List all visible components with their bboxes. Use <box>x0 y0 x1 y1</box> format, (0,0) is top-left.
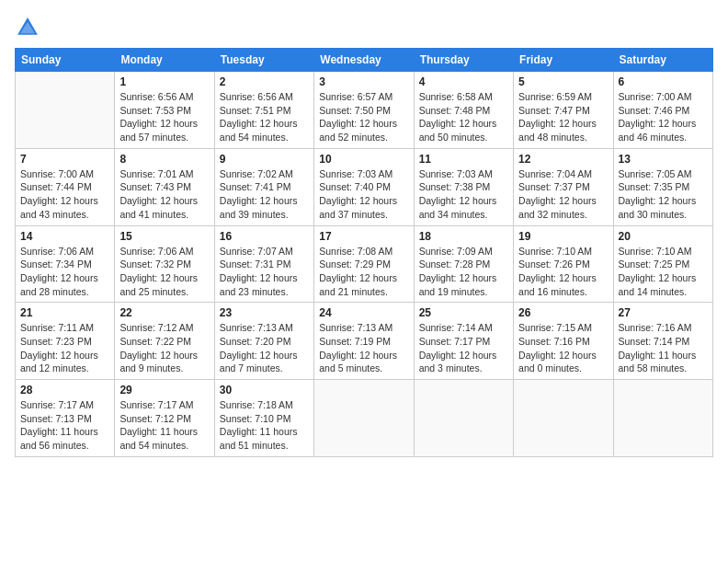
day-number: 29 <box>119 384 209 396</box>
logo <box>15 15 44 40</box>
calendar-cell: 24Sunrise: 7:13 AM Sunset: 7:19 PM Dayli… <box>314 303 414 380</box>
day-number: 23 <box>220 306 309 319</box>
day-number: 27 <box>619 306 708 319</box>
col-header-friday: Friday <box>514 49 613 72</box>
calendar-cell: 22Sunrise: 7:12 AM Sunset: 7:22 PM Dayli… <box>115 303 214 380</box>
day-info: Sunrise: 7:10 AM Sunset: 7:25 PM Dayligh… <box>619 245 708 299</box>
day-info: Sunrise: 7:17 AM Sunset: 7:12 PM Dayligh… <box>119 398 209 453</box>
calendar-cell: 12Sunrise: 7:04 AM Sunset: 7:37 PM Dayli… <box>514 148 613 225</box>
day-number: 20 <box>619 230 708 243</box>
col-header-saturday: Saturday <box>613 49 712 72</box>
day-info: Sunrise: 7:06 AM Sunset: 7:34 PM Dayligh… <box>20 245 109 299</box>
calendar-cell: 4Sunrise: 6:58 AM Sunset: 7:48 PM Daylig… <box>414 72 513 149</box>
calendar-cell: 18Sunrise: 7:09 AM Sunset: 7:28 PM Dayli… <box>414 225 513 303</box>
day-number: 16 <box>220 230 309 243</box>
day-number: 3 <box>319 75 408 88</box>
day-number: 26 <box>518 306 608 319</box>
day-number: 25 <box>419 306 508 319</box>
day-number: 8 <box>119 153 209 166</box>
day-info: Sunrise: 7:01 AM Sunset: 7:43 PM Dayligh… <box>119 167 209 222</box>
page-header <box>15 15 713 40</box>
calendar-cell: 10Sunrise: 7:03 AM Sunset: 7:40 PM Dayli… <box>314 148 414 225</box>
day-info: Sunrise: 7:00 AM Sunset: 7:44 PM Dayligh… <box>20 167 109 222</box>
day-info: Sunrise: 7:06 AM Sunset: 7:32 PM Dayligh… <box>119 245 209 299</box>
col-header-tuesday: Tuesday <box>214 49 313 72</box>
calendar-header-row: SundayMondayTuesdayWednesdayThursdayFrid… <box>16 49 713 72</box>
day-number: 30 <box>220 384 309 396</box>
day-info: Sunrise: 7:07 AM Sunset: 7:31 PM Dayligh… <box>220 245 309 299</box>
calendar-cell: 20Sunrise: 7:10 AM Sunset: 7:25 PM Dayli… <box>613 225 712 303</box>
day-info: Sunrise: 7:13 AM Sunset: 7:19 PM Dayligh… <box>319 321 408 375</box>
calendar-cell: 2Sunrise: 6:56 AM Sunset: 7:51 PM Daylig… <box>214 72 313 149</box>
calendar-table: SundayMondayTuesdayWednesdayThursdayFrid… <box>15 48 713 457</box>
day-number: 21 <box>20 306 109 319</box>
day-info: Sunrise: 7:04 AM Sunset: 7:37 PM Dayligh… <box>518 167 608 222</box>
day-number: 15 <box>119 230 209 243</box>
calendar-week-row: 28Sunrise: 7:17 AM Sunset: 7:13 PM Dayli… <box>16 380 713 457</box>
calendar-cell: 27Sunrise: 7:16 AM Sunset: 7:14 PM Dayli… <box>613 303 712 380</box>
day-number: 14 <box>20 230 109 243</box>
calendar-cell: 23Sunrise: 7:13 AM Sunset: 7:20 PM Dayli… <box>214 303 313 380</box>
calendar-cell: 8Sunrise: 7:01 AM Sunset: 7:43 PM Daylig… <box>115 148 214 225</box>
day-info: Sunrise: 6:56 AM Sunset: 7:53 PM Dayligh… <box>119 90 209 144</box>
day-info: Sunrise: 7:08 AM Sunset: 7:29 PM Dayligh… <box>319 245 408 299</box>
day-info: Sunrise: 7:16 AM Sunset: 7:14 PM Dayligh… <box>619 321 708 375</box>
day-number: 2 <box>220 75 309 88</box>
day-info: Sunrise: 7:02 AM Sunset: 7:41 PM Dayligh… <box>220 167 309 222</box>
calendar-cell <box>613 380 712 457</box>
logo-icon <box>15 15 40 40</box>
day-number: 4 <box>419 75 508 88</box>
day-number: 28 <box>20 384 109 396</box>
calendar-cell: 13Sunrise: 7:05 AM Sunset: 7:35 PM Dayli… <box>613 148 712 225</box>
day-number: 9 <box>220 153 309 166</box>
calendar-cell <box>514 380 613 457</box>
day-number: 7 <box>20 153 109 166</box>
calendar-cell: 25Sunrise: 7:14 AM Sunset: 7:17 PM Dayli… <box>414 303 513 380</box>
calendar-cell: 16Sunrise: 7:07 AM Sunset: 7:31 PM Dayli… <box>214 225 313 303</box>
calendar-cell <box>414 380 513 457</box>
col-header-sunday: Sunday <box>16 49 115 72</box>
day-number: 22 <box>119 306 209 319</box>
day-info: Sunrise: 7:15 AM Sunset: 7:16 PM Dayligh… <box>518 321 608 375</box>
day-info: Sunrise: 6:56 AM Sunset: 7:51 PM Dayligh… <box>220 90 309 144</box>
day-number: 11 <box>419 153 508 166</box>
day-info: Sunrise: 7:09 AM Sunset: 7:28 PM Dayligh… <box>419 245 508 299</box>
day-number: 18 <box>419 230 508 243</box>
calendar-week-row: 1Sunrise: 6:56 AM Sunset: 7:53 PM Daylig… <box>16 72 713 149</box>
calendar-week-row: 14Sunrise: 7:06 AM Sunset: 7:34 PM Dayli… <box>16 225 713 303</box>
day-info: Sunrise: 7:17 AM Sunset: 7:13 PM Dayligh… <box>20 398 109 453</box>
day-number: 10 <box>319 153 408 166</box>
day-info: Sunrise: 7:14 AM Sunset: 7:17 PM Dayligh… <box>419 321 508 375</box>
calendar-cell: 30Sunrise: 7:18 AM Sunset: 7:10 PM Dayli… <box>214 380 313 457</box>
day-info: Sunrise: 6:57 AM Sunset: 7:50 PM Dayligh… <box>319 90 408 144</box>
day-number: 13 <box>619 153 708 166</box>
col-header-wednesday: Wednesday <box>314 49 414 72</box>
day-info: Sunrise: 7:05 AM Sunset: 7:35 PM Dayligh… <box>619 167 708 222</box>
day-info: Sunrise: 7:10 AM Sunset: 7:26 PM Dayligh… <box>518 245 608 299</box>
day-info: Sunrise: 7:13 AM Sunset: 7:20 PM Dayligh… <box>220 321 309 375</box>
day-number: 19 <box>518 230 608 243</box>
calendar-cell: 29Sunrise: 7:17 AM Sunset: 7:12 PM Dayli… <box>115 380 214 457</box>
calendar-cell: 6Sunrise: 7:00 AM Sunset: 7:46 PM Daylig… <box>613 72 712 149</box>
calendar-cell <box>314 380 414 457</box>
calendar-cell: 28Sunrise: 7:17 AM Sunset: 7:13 PM Dayli… <box>16 380 115 457</box>
day-info: Sunrise: 7:00 AM Sunset: 7:46 PM Dayligh… <box>619 90 708 144</box>
day-info: Sunrise: 6:59 AM Sunset: 7:47 PM Dayligh… <box>518 90 608 144</box>
calendar-week-row: 21Sunrise: 7:11 AM Sunset: 7:23 PM Dayli… <box>16 303 713 380</box>
calendar-cell: 9Sunrise: 7:02 AM Sunset: 7:41 PM Daylig… <box>214 148 313 225</box>
calendar-week-row: 7Sunrise: 7:00 AM Sunset: 7:44 PM Daylig… <box>16 148 713 225</box>
calendar-cell: 17Sunrise: 7:08 AM Sunset: 7:29 PM Dayli… <box>314 225 414 303</box>
calendar-cell: 1Sunrise: 6:56 AM Sunset: 7:53 PM Daylig… <box>115 72 214 149</box>
calendar-cell <box>16 72 115 149</box>
day-info: Sunrise: 7:11 AM Sunset: 7:23 PM Dayligh… <box>20 321 109 375</box>
calendar-cell: 3Sunrise: 6:57 AM Sunset: 7:50 PM Daylig… <box>314 72 414 149</box>
calendar-cell: 15Sunrise: 7:06 AM Sunset: 7:32 PM Dayli… <box>115 225 214 303</box>
col-header-thursday: Thursday <box>414 49 513 72</box>
day-number: 6 <box>619 75 708 88</box>
calendar-cell: 14Sunrise: 7:06 AM Sunset: 7:34 PM Dayli… <box>16 225 115 303</box>
day-number: 12 <box>518 153 608 166</box>
calendar-cell: 21Sunrise: 7:11 AM Sunset: 7:23 PM Dayli… <box>16 303 115 380</box>
day-info: Sunrise: 7:18 AM Sunset: 7:10 PM Dayligh… <box>220 398 309 453</box>
calendar-cell: 11Sunrise: 7:03 AM Sunset: 7:38 PM Dayli… <box>414 148 513 225</box>
day-number: 24 <box>319 306 408 319</box>
